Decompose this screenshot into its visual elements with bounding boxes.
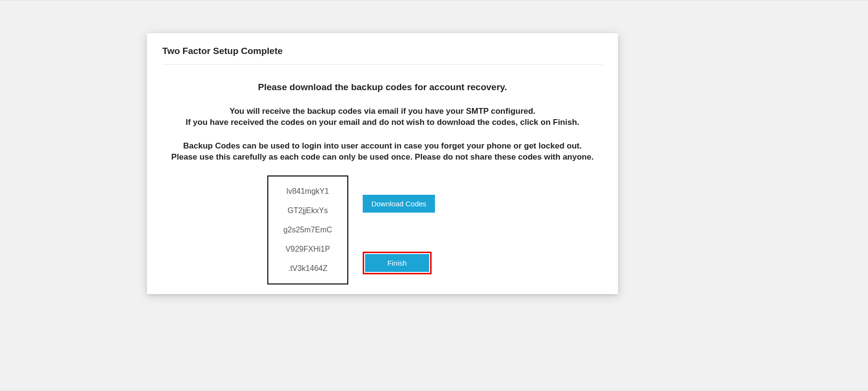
backup-code: lv841mgkY1 xyxy=(287,187,329,196)
intro-paragraph-1: You will receive the backup codes via em… xyxy=(162,106,603,128)
card-title: Two Factor Setup Complete xyxy=(162,46,603,56)
intro-paragraph-2: Backup Codes can be used to login into u… xyxy=(162,141,603,163)
backup-code: g2s25m7EmC xyxy=(283,226,332,234)
backup-code: GT2jjEkxYs xyxy=(288,206,328,215)
intro-line: Backup Codes can be used to login into u… xyxy=(162,141,603,152)
finish-button[interactable]: Finish xyxy=(365,254,429,272)
card-header: Two Factor Setup Complete xyxy=(162,46,603,65)
intro-line: If you have received the codes on your e… xyxy=(162,117,603,128)
download-codes-button[interactable]: Download Codes xyxy=(363,195,435,213)
finish-button-highlight: Finish xyxy=(363,252,432,274)
backup-code: V929FXHi1P xyxy=(286,245,330,254)
intro-line: You will receive the backup codes via em… xyxy=(162,106,603,117)
backup-codes-box: lv841mgkY1 GT2jjEkxYs g2s25m7EmC V929FXH… xyxy=(267,175,348,284)
setup-complete-card: Two Factor Setup Complete Please downloa… xyxy=(147,33,618,294)
intro-line: Please use this carefully as each code c… xyxy=(162,152,603,163)
buttons-column: Download Codes Finish xyxy=(363,175,435,274)
intro-section: Please download the backup codes for acc… xyxy=(162,82,603,163)
intro-heading: Please download the backup codes for acc… xyxy=(162,82,603,93)
content-row: lv841mgkY1 GT2jjEkxYs g2s25m7EmC V929FXH… xyxy=(162,175,603,284)
backup-code: .tV3k1464Z xyxy=(288,264,328,273)
